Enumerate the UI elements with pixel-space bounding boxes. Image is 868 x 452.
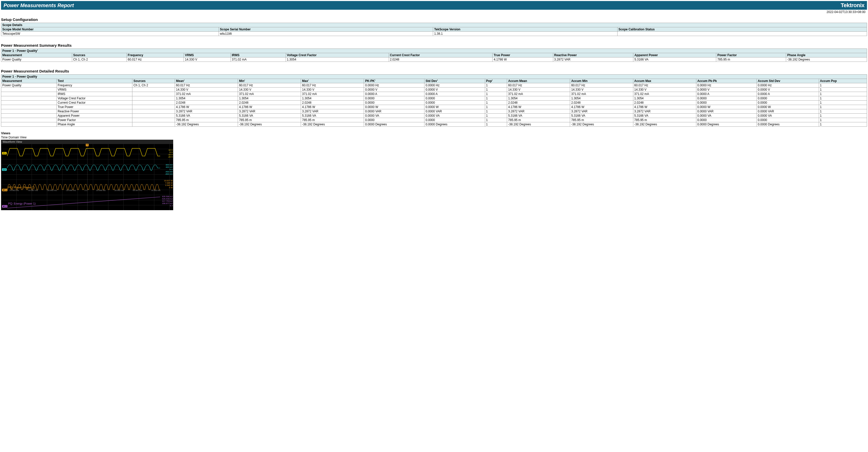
detailed-cell: 1 (485, 83, 507, 88)
detailed-cell: 1.3054 (175, 96, 238, 101)
scale-tick: 400 mV (165, 166, 173, 168)
detailed-cell: 785.95 m (238, 118, 301, 122)
detailed-cell: 0.0000 (756, 101, 819, 105)
scope-details-table: Scope Details Scope Model NumberScope Se… (1, 23, 867, 36)
scale-tick: 0 V (165, 168, 173, 171)
detailed-cell: 1.3054 (570, 96, 633, 101)
detailed-cell: 1 (819, 114, 867, 118)
setup-col-header: TekScope Version (433, 27, 617, 32)
detailed-cell (132, 96, 175, 101)
detailed-cell: 1 (485, 88, 507, 92)
summary-heading: Power Measurement Summary Results (1, 43, 867, 48)
setup-col-header: Scope Model Number (1, 27, 219, 32)
scale-tick: 10 V (168, 149, 173, 151)
detailed-cell: 785.95 m (633, 118, 696, 122)
detailed-cell: 1 (819, 83, 867, 88)
detailed-cell: Ch 1, Ch 2 (132, 83, 175, 88)
detailed-cell: 1.3054 (301, 96, 364, 101)
detailed-cell (132, 122, 175, 127)
detailed-cell: 0.0000 W (425, 105, 485, 109)
detailed-cell: 3.2872 VAR (238, 109, 301, 114)
detailed-cell: 0.0000 V (756, 88, 819, 92)
detailed-cell: 5.3166 VA (633, 114, 696, 118)
detailed-row: IRMS371.02 mA371.02 mA371.02 mA0.0000 A0… (1, 92, 867, 96)
detailed-cell: -38.192 Degrees (633, 122, 696, 127)
time-tick: 19.996 ms (96, 189, 105, 192)
detailed-cell: VRMS (56, 88, 132, 92)
detailed-cell: 0.0000 V (696, 88, 756, 92)
detailed-cell: 0.0000 (696, 101, 756, 105)
detailed-cell: 0.0000 VAR (696, 109, 756, 114)
detailed-row: VRMS14.330 V14.330 V14.330 V0.0000 V0.00… (1, 88, 867, 92)
detailed-cell: 14.330 V (507, 88, 570, 92)
detailed-cell (1, 88, 57, 92)
detailed-cell: 371.02 mA (301, 92, 364, 96)
detailed-col-header: Accum Std Dev (756, 79, 819, 83)
scale-tick: 3.542 W (164, 184, 173, 187)
detailed-cell: 0.0000 (696, 96, 756, 101)
detailed-cell: 3.2872 VAR (175, 109, 238, 114)
detailed-row: Current Crest Factor2.02482.02482.02480.… (1, 101, 867, 105)
detailed-cell: 2.0248 (633, 101, 696, 105)
detailed-cell: 4.1786 W (301, 105, 364, 109)
detailed-cell (132, 114, 175, 118)
detailed-cell: 0.0000 W (364, 105, 425, 109)
summary-col-header: Reactive Power (553, 53, 633, 57)
detailed-col-header: Test (56, 79, 132, 83)
detailed-cell: 1.3054 (633, 96, 696, 101)
detailed-cell: 1 (485, 122, 507, 127)
detailed-cell: 4.1786 W (570, 105, 633, 109)
detailed-caption: Power 1 - Power Quality (1, 75, 867, 79)
detailed-cell: 14.330 V (301, 88, 364, 92)
detailed-cell: 60.017 Hz (507, 83, 570, 88)
summary-cell: 1.3054 (286, 57, 389, 62)
detailed-col-header: Accum Pop (819, 79, 867, 83)
detailed-cell: 60.017 Hz (633, 83, 696, 88)
scope-details-caption: Scope Details (1, 23, 867, 27)
detailed-cell: 3.2872 VAR (570, 109, 633, 114)
detailed-cell: -38.192 Degrees (570, 122, 633, 127)
report-title: Power Measurements Report (4, 3, 74, 8)
detailed-cell: 2.0248 (301, 101, 364, 105)
detailed-cell (1, 105, 57, 109)
detailed-row: Power QualityFrequencyCh 1, Ch 260.017 H… (1, 83, 867, 88)
detailed-cell: 14.330 V (633, 88, 696, 92)
detailed-row: Apparent Power5.3166 VA5.3166 VA5.3166 V… (1, 114, 867, 118)
scale-tick: -400 mV (165, 171, 173, 173)
trace-c1 (7, 146, 160, 159)
summary-col-header: Measurement (1, 53, 72, 57)
views-heading: Views (1, 131, 867, 135)
detailed-cell (1, 109, 57, 114)
detailed-cell (1, 118, 57, 122)
detailed-cell: 0.0000 VAR (425, 109, 485, 114)
detailed-cell: 1 (819, 88, 867, 92)
scale-tick: 835.506 mJ (162, 195, 173, 198)
summary-cell: 785.95 m (716, 57, 786, 62)
summary-col-header: Current Crest Factor (389, 53, 493, 57)
scale-tick: 0 J (162, 204, 173, 207)
detailed-cell: 0.0000 VA (756, 114, 819, 118)
detailed-cell (132, 118, 175, 122)
detailed-cell: 0.0000 VA (696, 114, 756, 118)
detailed-row: True Power4.1786 W4.1786 W4.1786 W0.0000… (1, 105, 867, 109)
tektronix-logo: Tektronix (841, 2, 864, 9)
summary-cell: 60.017 Hz (126, 57, 184, 62)
channel-badge-m2: M 2 (2, 205, 7, 207)
detailed-cell: 0.0000 (696, 118, 756, 122)
scale-tick: 0 W (164, 187, 173, 189)
scale-tick: -10 V (168, 153, 173, 156)
report-timestamp: 2022-04-02T13:30:33+08:00 (1, 10, 867, 14)
detailed-cell: 60.017 Hz (570, 83, 633, 88)
detailed-cell: 4.1786 W (633, 105, 696, 109)
detailed-cell: Frequency (56, 83, 132, 88)
detailed-cell: 14.330 V (238, 88, 301, 92)
detailed-cell: -38.192 Degrees (507, 122, 570, 127)
detailed-col-header: Mean' (175, 79, 238, 83)
detailed-cell: True Power (56, 105, 132, 109)
scale-tick: 417.753 mJ (162, 200, 173, 202)
detailed-cell: 5.3166 VA (570, 114, 633, 118)
detailed-cell: Power Factor (56, 118, 132, 122)
detailed-cell: 0.0000 (364, 118, 425, 122)
detailed-row: Power Factor785.95 m785.95 m785.95 m0.00… (1, 118, 867, 122)
detailed-cell: 0.0000 (756, 96, 819, 101)
